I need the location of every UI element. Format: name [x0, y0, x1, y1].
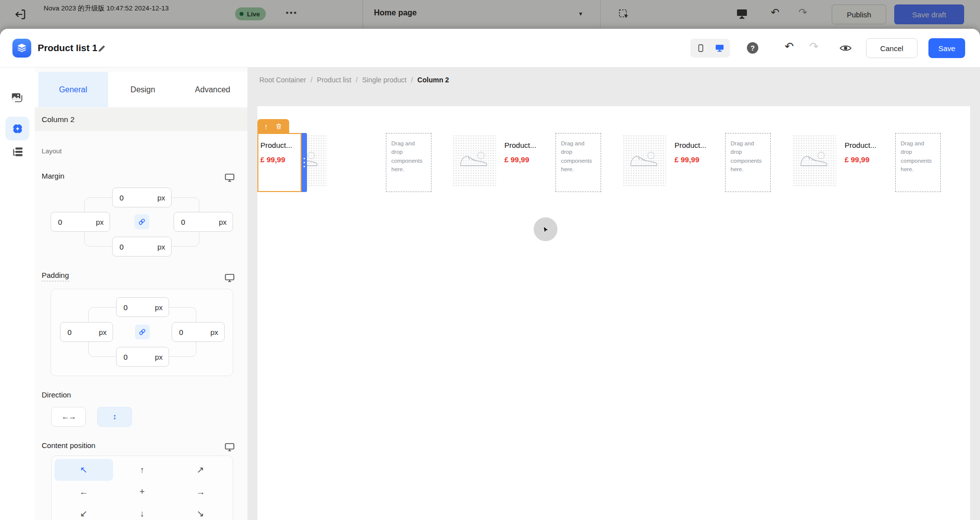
position-top-left[interactable]: ↖	[55, 459, 113, 481]
product-price: £ 99,99	[260, 155, 301, 164]
media-library-icon[interactable]	[11, 92, 24, 104]
move-up-icon[interactable]: ↑	[264, 122, 268, 130]
breadcrumb-separator: /	[356, 76, 358, 84]
component-title: Product list 1	[38, 43, 97, 54]
breadcrumb-column-2: Column 2	[418, 76, 449, 84]
divider	[363, 0, 363, 29]
breadcrumb-product-list[interactable]: Product list	[317, 76, 351, 84]
delete-icon[interactable]	[275, 123, 282, 130]
dropzone[interactable]: Drag and drop components here.	[895, 133, 941, 192]
page-selector[interactable]: Home page ▾	[363, 0, 600, 29]
undo-icon[interactable]: ↶	[771, 6, 780, 18]
position-middle-right[interactable]: →	[171, 481, 230, 503]
margin-top-input[interactable]: px	[112, 188, 172, 207]
publish-button[interactable]: Publish	[832, 4, 886, 24]
padding-bottom-input[interactable]: px	[116, 347, 169, 367]
help-icon[interactable]: ?	[747, 42, 758, 54]
position-bottom-center[interactable]: ↓	[113, 503, 172, 520]
desktop-view-button[interactable]	[711, 40, 729, 56]
direction-vertical-button[interactable]: ↕	[97, 407, 132, 427]
padding-bottom-value[interactable]	[119, 353, 142, 361]
unit-label: px	[155, 353, 163, 361]
save-button[interactable]: Save	[928, 38, 965, 58]
dropzone[interactable]: Drag and drop components here.	[725, 133, 771, 192]
product-text-column[interactable]: Product... £ 99,99	[674, 133, 718, 192]
direction-label: Direction	[42, 390, 71, 399]
selected-column[interactable]: ↑ Product... £ 99,99	[257, 133, 302, 192]
padding-right-value[interactable]	[174, 328, 198, 336]
left-icon-rail	[0, 67, 35, 520]
margin-link-icon[interactable]	[134, 214, 149, 229]
drag-handle[interactable]	[302, 133, 307, 192]
product-name: Product...	[260, 141, 301, 149]
padding-top-input[interactable]: px	[116, 297, 169, 317]
content-position-label: Content position	[42, 441, 95, 450]
live-status-badge: Live	[235, 7, 266, 20]
unit-label: px	[210, 328, 218, 336]
margin-right-value[interactable]	[176, 218, 206, 226]
padding-top-value[interactable]	[119, 303, 142, 312]
margin-right-input[interactable]: px	[174, 212, 233, 232]
position-top-center[interactable]: ↑	[113, 459, 172, 481]
dropzone[interactable]: Drag and drop components here.	[386, 133, 431, 192]
padding-left-input[interactable]: px	[60, 322, 113, 342]
breadcrumb-separator: /	[310, 76, 312, 84]
properties-panel: General Design Advanced Column 2 Layout …	[35, 67, 248, 520]
padding-label: Padding	[42, 271, 69, 281]
breadcrumb-separator: /	[411, 76, 413, 84]
product-text-column[interactable]: Product... £ 99,99	[844, 133, 888, 192]
margin-top-value[interactable]	[115, 194, 144, 202]
margin-left-value[interactable]	[53, 218, 83, 226]
cancel-button[interactable]: Cancel	[866, 38, 918, 58]
direction-horizontal-button[interactable]: ←→	[51, 407, 86, 427]
device-toggle	[690, 39, 730, 58]
product-image-placeholder[interactable]	[452, 134, 496, 187]
product-name: Product...	[674, 141, 717, 149]
section-title: Column 2	[35, 108, 247, 131]
margin-bottom-input[interactable]: px	[112, 237, 172, 257]
mobile-view-button[interactable]	[692, 40, 710, 56]
padding-right-input[interactable]: px	[172, 322, 225, 342]
divider	[600, 0, 601, 29]
live-label: Live	[247, 10, 260, 18]
panel-tabs: General Design Advanced	[35, 72, 247, 108]
margin-left-input[interactable]: px	[51, 212, 110, 232]
breadcrumb-single-product[interactable]: Single product	[362, 76, 407, 84]
margin-device-indicator-icon[interactable]	[225, 173, 235, 182]
margin-label: Margin	[42, 172, 64, 180]
page-board: ↑ Product... £ 99,99 Drag and drop compo…	[257, 106, 970, 520]
tab-design[interactable]: Design	[108, 72, 178, 107]
redo-icon[interactable]: ↷	[798, 6, 807, 18]
content-position-device-indicator-icon[interactable]	[225, 443, 235, 452]
product-image-placeholder[interactable]	[793, 134, 836, 187]
more-options-icon[interactable]: •••	[286, 8, 298, 18]
dropzone[interactable]: Drag and drop components here.	[555, 133, 601, 192]
product-image-placeholder[interactable]	[622, 134, 666, 187]
tab-advanced[interactable]: Advanced	[178, 72, 247, 107]
marquee-select-icon[interactable]	[618, 8, 630, 20]
padding-left-value[interactable]	[62, 328, 86, 336]
position-top-right[interactable]: ↗	[171, 459, 230, 481]
position-middle-left[interactable]: ←	[55, 481, 113, 503]
preview-eye-icon[interactable]	[839, 44, 852, 53]
padding-device-indicator-icon[interactable]	[225, 273, 235, 282]
position-middle-center[interactable]: +	[113, 481, 172, 503]
save-draft-button[interactable]: Save draft	[894, 4, 964, 24]
padding-link-icon[interactable]	[135, 325, 150, 339]
product-text-column[interactable]: Product... £ 99,99	[503, 133, 548, 192]
desktop-view-icon[interactable]	[736, 8, 748, 20]
breadcrumb-root-container[interactable]: Root Container	[259, 76, 306, 84]
margin-bottom-value[interactable]	[115, 243, 144, 251]
position-bottom-right[interactable]: ↘	[171, 503, 230, 520]
project-title: Nova 2023 的升级版 10:47:52 2024-12-13	[44, 3, 197, 13]
components-panel-icon[interactable]	[5, 117, 29, 140]
unit-label: px	[157, 243, 165, 251]
position-bottom-left[interactable]: ↙	[55, 503, 113, 520]
product-price: £ 99,99	[845, 155, 887, 164]
edit-title-icon[interactable]	[97, 44, 106, 53]
editor-undo-icon[interactable]: ↶	[785, 40, 794, 53]
structure-tree-icon[interactable]	[11, 145, 24, 158]
editor-redo-icon[interactable]: ↷	[809, 40, 818, 53]
exit-editor-icon[interactable]	[14, 8, 27, 21]
tab-general[interactable]: General	[38, 72, 108, 107]
